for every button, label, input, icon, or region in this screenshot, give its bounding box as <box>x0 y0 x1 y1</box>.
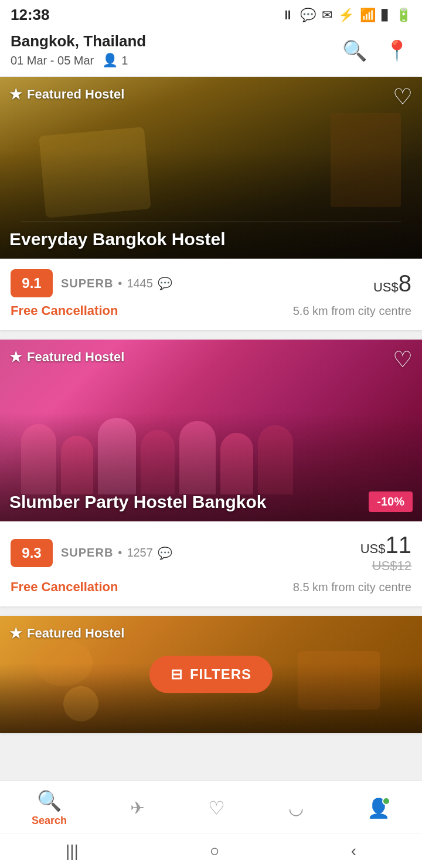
card-1-rating-left: 9.1 SUPERB • 1445 💬 <box>11 269 172 297</box>
card-2-title: Slumber Party Hostel Bangkok <box>9 492 266 512</box>
card-2-discount-badge: -10% <box>369 491 413 512</box>
hostel-card-1[interactable]: ★ Featured Hostel ♡ Everyday Bangkok Hos… <box>0 77 422 330</box>
search-icon: 🔍 <box>342 39 367 62</box>
featured-star-icon: ★ <box>9 86 22 103</box>
hostel-card-2[interactable]: ★ Featured Hostel ♡ Slumber Party Hostel… <box>0 340 422 606</box>
card-1-featured-label: Featured Hostel <box>27 87 124 102</box>
main-content: ★ Featured Hostel ♡ Everyday Bangkok Hos… <box>0 77 422 836</box>
date-range: 01 Mar - 05 Mar <box>11 54 94 67</box>
card-3-featured-badge: ★ Featured Hostel <box>9 625 124 642</box>
card-2-wishlist-button[interactable]: ♡ <box>393 347 413 372</box>
search-nav-icon: 🔍 <box>37 789 62 812</box>
location-title: Bangkok, Thailand <box>11 32 146 50</box>
profile-online-dot <box>382 797 390 805</box>
card-2-image: ★ Featured Hostel ♡ Slumber Party Hostel… <box>0 340 422 521</box>
card-2-rating-details: SUPERB • 1257 💬 <box>61 546 172 560</box>
wifi-icon: 📶 <box>360 8 376 23</box>
mask-nav-icon: ◡ <box>288 798 304 818</box>
pause-icon: ⏸ <box>281 8 294 23</box>
card-1-score: 9.1 <box>11 269 53 297</box>
system-nav: ||| ○ ‹ <box>0 833 422 868</box>
card-1-price: US$8 <box>373 270 411 297</box>
card-2-rating-sep: • <box>118 546 122 560</box>
card-2-score: 9.3 <box>11 539 53 567</box>
gmail-icon: ✉ <box>322 8 332 23</box>
card-2-review-count: 1257 <box>127 546 153 560</box>
card-1-review-icon: 💬 <box>158 276 172 290</box>
card-1-price-value: 8 <box>399 270 411 296</box>
search-nav-label: Search <box>32 815 67 827</box>
card-2-distance: 8.5 km from city centre <box>293 581 411 594</box>
card-2-rating-label: SUPERB <box>61 546 113 560</box>
card-3-image: ★ Featured Hostel ⊟ FILTERS <box>0 616 422 733</box>
filters-button[interactable]: ⊟ FILTERS <box>149 656 273 693</box>
card-3-featured-label: Featured Hostel <box>27 626 124 641</box>
card-1-distance: 5.6 km from city centre <box>293 304 411 318</box>
card-3-featured-star-icon: ★ <box>9 625 22 642</box>
nav-wishlist[interactable]: ♡ <box>208 797 225 819</box>
card-1-price-display: US$8 <box>373 273 411 296</box>
guest-count: 1 <box>121 54 128 67</box>
nav-mask[interactable]: ◡ <box>288 798 304 818</box>
card-1-featured-badge: ★ Featured Hostel <box>9 86 124 103</box>
explore-nav-icon: ✈ <box>130 798 145 818</box>
bluetooth-icon: ⚡ <box>338 8 354 23</box>
card-2-heart-outline-icon: ♡ <box>393 347 413 372</box>
card-2-featured-badge: ★ Featured Hostel <box>9 349 124 365</box>
card-1-rating-row: 9.1 SUPERB • 1445 💬 US$8 <box>11 269 411 297</box>
card-2-featured-label: Featured Hostel <box>27 350 124 365</box>
header-details: 01 Mar - 05 Mar 👤 1 <box>11 53 146 68</box>
card-2-rating-row: 9.3 SUPERB • 1257 💬 US$11 US$12 <box>11 532 411 574</box>
card-1-bottom-row: Free Cancellation 5.6 km from city centr… <box>11 303 411 318</box>
signal-icon: ▊ <box>382 9 390 22</box>
card-1-rating-label: SUPERB <box>61 277 113 290</box>
bottom-nav: 🔍 Search ✈ ♡ ◡ 👤 <box>0 780 422 833</box>
header: Bangkok, Thailand 01 Mar - 05 Mar 👤 1 🔍 … <box>0 28 422 77</box>
status-time: 12:38 <box>11 6 50 24</box>
map-icon: 📍 <box>384 39 409 62</box>
recents-button[interactable]: ||| <box>52 837 93 865</box>
status-icons: ⏸ 💬 ✉ ⚡ 📶 ▊ 🔋 <box>281 8 411 23</box>
card-2-price-original: US$12 <box>360 558 411 574</box>
card-2-info: 9.3 SUPERB • 1257 💬 US$11 US$12 Free <box>0 521 422 606</box>
map-button[interactable]: 📍 <box>382 36 411 65</box>
card-1-rating-details: SUPERB • 1445 💬 <box>61 276 172 290</box>
card-2-review-icon: 💬 <box>158 546 172 560</box>
guest-icon: 👤 <box>102 53 118 68</box>
card-2-bottom-row: Free Cancellation 8.5 km from city centr… <box>11 579 411 595</box>
card-1-rating-sep: • <box>118 277 122 290</box>
home-button[interactable]: ○ <box>196 837 234 865</box>
card-1-image: ★ Featured Hostel ♡ Everyday Bangkok Hos… <box>0 77 422 259</box>
filters-icon: ⊟ <box>171 666 183 683</box>
nav-profile[interactable]: 👤 <box>367 797 390 819</box>
card-2-rating-left: 9.3 SUPERB • 1257 💬 <box>11 539 172 567</box>
card-1-free-cancellation: Free Cancellation <box>11 303 118 318</box>
header-actions: 🔍 📍 <box>340 36 411 65</box>
nav-explore[interactable]: ✈ <box>130 798 145 818</box>
filters-label: FILTERS <box>190 666 251 683</box>
hostel-card-3[interactable]: ★ Featured Hostel ⊟ FILTERS <box>0 616 422 733</box>
heart-outline-icon: ♡ <box>393 84 413 109</box>
card-2-free-cancellation: Free Cancellation <box>11 579 118 595</box>
nav-search[interactable]: 🔍 Search <box>32 789 67 827</box>
wishlist-nav-icon: ♡ <box>208 797 225 819</box>
card-1-info: 9.1 SUPERB • 1445 💬 US$8 Free Cancellati… <box>0 259 422 330</box>
card-2-featured-star-icon: ★ <box>9 349 22 365</box>
card-2-currency: US$ <box>360 541 386 556</box>
card-1-review-count: 1445 <box>127 277 153 290</box>
status-bar: 12:38 ⏸ 💬 ✉ ⚡ 📶 ▊ 🔋 <box>0 0 422 28</box>
card-1-title: Everyday Bangkok Hostel <box>9 229 225 249</box>
card-1-currency: US$ <box>373 280 399 294</box>
battery-icon: 🔋 <box>396 8 411 23</box>
card-2-price: US$11 US$12 <box>360 532 411 574</box>
back-button[interactable]: ‹ <box>337 837 370 865</box>
whatsapp-icon: 💬 <box>300 8 316 23</box>
guests-info: 👤 1 <box>102 53 128 68</box>
card-2-price-display: US$11 <box>360 532 411 558</box>
card-1-wishlist-button[interactable]: ♡ <box>393 84 413 110</box>
search-button[interactable]: 🔍 <box>340 36 369 65</box>
card-2-price-value: 11 <box>386 532 412 558</box>
header-location-section: Bangkok, Thailand 01 Mar - 05 Mar 👤 1 <box>11 32 146 68</box>
